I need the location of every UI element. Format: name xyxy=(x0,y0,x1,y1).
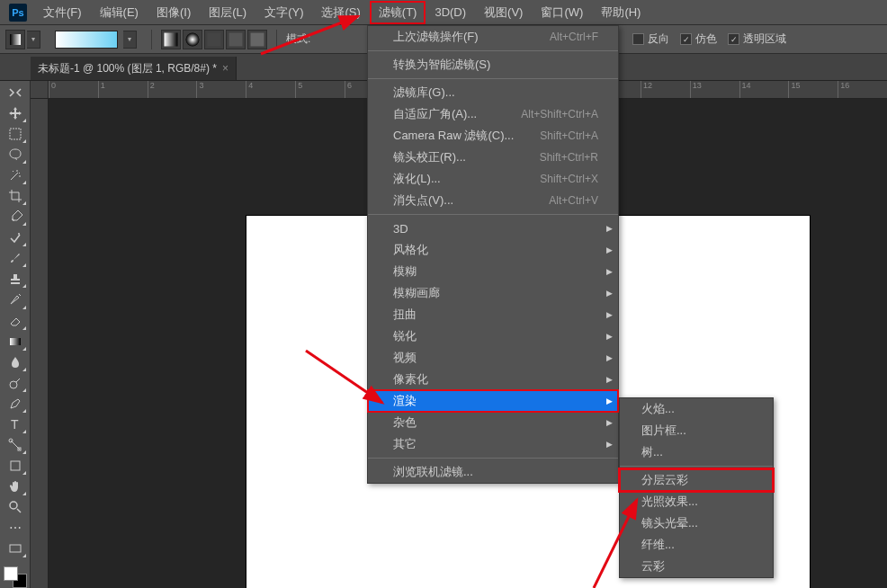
ruler-tick: 0 xyxy=(49,81,98,98)
menu-type[interactable]: 文字(Y) xyxy=(255,1,312,24)
separator xyxy=(368,50,618,51)
tool-preset-icon[interactable] xyxy=(5,30,25,49)
magic-wand-tool[interactable] xyxy=(4,165,27,185)
menu-item-camera-raw[interactable]: Camera Raw 滤镜(C)...Shift+Ctrl+A xyxy=(368,125,618,147)
menu-item-sharpen[interactable]: 锐化▶ xyxy=(368,325,618,347)
shortcut: Alt+Shift+Ctrl+A xyxy=(521,108,598,120)
submenu-item-lens-flare[interactable]: 镜头光晕... xyxy=(620,512,773,534)
menu-filter[interactable]: 滤镜(T) xyxy=(370,1,426,24)
submenu-arrow-icon: ▶ xyxy=(606,245,613,254)
menu-item-last-filter[interactable]: 上次滤镜操作(F)Alt+Ctrl+F xyxy=(368,26,618,48)
document-tab[interactable]: 未标题-1 @ 100% (图层 1, RGB/8#) * × xyxy=(31,57,237,80)
menu-item-3d[interactable]: 3D▶ xyxy=(368,218,618,239)
menu-edit[interactable]: 编辑(E) xyxy=(91,1,148,24)
submenu-arrow-icon: ▶ xyxy=(606,418,613,427)
menu-item-stylize[interactable]: 风格化▶ xyxy=(368,239,618,261)
menu-file[interactable]: 文件(F) xyxy=(34,1,91,24)
menu-help[interactable]: 帮助(H) xyxy=(592,1,650,24)
submenu-item-difference-clouds[interactable]: 分层云彩 xyxy=(620,469,773,491)
menu-item-vanishing-point[interactable]: 消失点(V)...Alt+Ctrl+V xyxy=(368,190,618,211)
menu-item-lens-correction[interactable]: 镜头校正(R)...Shift+Ctrl+R xyxy=(368,147,618,168)
eraser-tool[interactable] xyxy=(4,311,27,331)
ruler-tick: 4 xyxy=(246,81,295,98)
svg-rect-2 xyxy=(208,32,221,46)
menu-layer[interactable]: 图层(L) xyxy=(200,1,255,24)
history-brush-tool[interactable] xyxy=(4,290,27,309)
label: 锐化 xyxy=(393,328,417,344)
path-tool[interactable] xyxy=(4,435,27,455)
zoom-tool[interactable] xyxy=(4,497,27,517)
hand-tool[interactable] xyxy=(4,477,27,496)
mode-label: 模式: xyxy=(286,31,310,47)
menu-item-smart-filter[interactable]: 转换为智能滤镜(S) xyxy=(368,54,618,76)
submenu-item-tree[interactable]: 树... xyxy=(620,441,773,463)
separator xyxy=(368,78,618,79)
menu-3d[interactable]: 3D(D) xyxy=(426,2,475,22)
color-picker[interactable] xyxy=(4,566,27,588)
submenu-item-fibers[interactable]: 纤维... xyxy=(620,534,773,556)
divider xyxy=(276,30,277,49)
menu-item-render[interactable]: 渲染▶ xyxy=(368,390,618,412)
label: 浏览联机滤镜... xyxy=(393,464,473,480)
menu-item-filter-gallery[interactable]: 滤镜库(G)... xyxy=(368,82,618,103)
submenu-item-clouds[interactable]: 云彩 xyxy=(620,556,773,577)
double-arrow-icon[interactable] xyxy=(4,83,27,102)
type-tool[interactable]: T xyxy=(4,414,27,434)
gradient-radial-icon[interactable] xyxy=(183,30,202,49)
shape-tool[interactable] xyxy=(4,456,27,476)
menu-item-video[interactable]: 视频▶ xyxy=(368,347,618,369)
gradient-tool[interactable] xyxy=(4,332,27,352)
menu-window[interactable]: 窗口(W) xyxy=(532,1,592,24)
brush-tool[interactable] xyxy=(4,248,27,268)
ruler-tick: 12 xyxy=(641,81,690,98)
submenu-arrow-icon: ▶ xyxy=(606,224,613,233)
edit-toolbar-icon[interactable] xyxy=(4,539,27,558)
shortcut: Shift+Ctrl+X xyxy=(540,173,598,185)
menu-image[interactable]: 图像(I) xyxy=(148,1,200,24)
eyedropper-tool[interactable] xyxy=(4,207,27,227)
menu-select[interactable]: 选择(S) xyxy=(312,1,369,24)
menu-item-browse-online[interactable]: 浏览联机滤镜... xyxy=(368,461,618,483)
submenu-item-flame[interactable]: 火焰... xyxy=(620,398,773,420)
menu-item-adaptive-wide-angle[interactable]: 自适应广角(A)...Alt+Shift+Ctrl+A xyxy=(368,103,618,125)
ruler-tick: 2 xyxy=(148,81,197,98)
close-icon[interactable]: × xyxy=(222,62,228,75)
label: 镜头校正(R)... xyxy=(393,149,466,165)
menu-item-blur[interactable]: 模糊▶ xyxy=(368,261,618,282)
menu-item-distort[interactable]: 扭曲▶ xyxy=(368,304,618,325)
submenu-arrow-icon: ▶ xyxy=(606,440,613,449)
foreground-color[interactable] xyxy=(4,566,18,581)
heal-tool[interactable] xyxy=(4,227,27,247)
svg-rect-3 xyxy=(229,32,243,46)
dodge-tool[interactable] xyxy=(4,373,27,393)
gradient-dropdown[interactable]: ▾ xyxy=(123,31,137,49)
tool-preset-dropdown[interactable]: ▾ xyxy=(27,31,40,49)
more-tools-icon[interactable]: ⋯ xyxy=(4,518,27,538)
stamp-tool[interactable] xyxy=(4,269,27,289)
marquee-tool[interactable] xyxy=(4,124,27,144)
gradient-linear-icon[interactable] xyxy=(161,30,181,49)
blur-tool[interactable] xyxy=(4,352,27,372)
submenu-item-lighting-effects[interactable]: 光照效果... xyxy=(620,491,773,512)
dither-checkbox[interactable]: ✓仿色 xyxy=(680,31,717,47)
crop-tool[interactable] xyxy=(4,186,27,206)
move-tool[interactable] xyxy=(4,103,27,123)
gradient-swatch[interactable] xyxy=(55,31,118,49)
separator xyxy=(368,458,618,459)
gradient-diamond-icon[interactable] xyxy=(247,30,267,49)
separator xyxy=(368,214,618,215)
gradient-angle-icon[interactable] xyxy=(204,30,224,49)
lasso-tool[interactable] xyxy=(4,145,27,165)
pen-tool[interactable] xyxy=(4,394,27,414)
menu-view[interactable]: 视图(V) xyxy=(475,1,532,24)
reverse-checkbox[interactable]: 反向 xyxy=(632,31,669,47)
menu-item-noise[interactable]: 杂色▶ xyxy=(368,412,618,433)
menu-item-liquify[interactable]: 液化(L)...Shift+Ctrl+X xyxy=(368,168,618,190)
submenu-item-picture-frame[interactable]: 图片框... xyxy=(620,420,773,441)
svg-rect-4 xyxy=(251,32,264,46)
menu-item-pixelate[interactable]: 像素化▶ xyxy=(368,369,618,390)
menu-item-other[interactable]: 其它▶ xyxy=(368,433,618,455)
transparency-checkbox[interactable]: ✓透明区域 xyxy=(728,31,786,47)
menu-item-blur-gallery[interactable]: 模糊画廊▶ xyxy=(368,282,618,304)
gradient-reflected-icon[interactable] xyxy=(226,30,246,49)
